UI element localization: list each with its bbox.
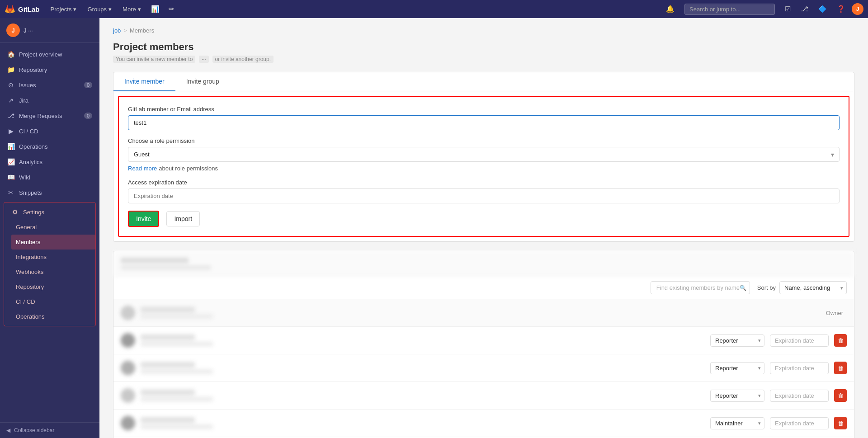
role-wrapper: ReporterGuestDeveloperMaintainerOwner <box>710 334 764 347</box>
cicd-icon: ▶ <box>7 127 14 135</box>
sidebar-item-snippets[interactable]: ✂ Snippets <box>0 185 99 200</box>
merge-icon: ⎇ <box>7 112 14 119</box>
expiry-date-input[interactable] <box>770 390 829 402</box>
role-select[interactable]: ReporterGuestDeveloperMaintainerOwner <box>710 334 764 347</box>
nav-projects[interactable]: Projects ▾ <box>46 0 81 18</box>
gitlab-logo[interactable]: GitLab <box>5 4 40 14</box>
role-select[interactable]: ReporterGuestDeveloperMaintainerOwner <box>710 362 764 374</box>
sidebar-item-integrations[interactable]: Integrations <box>11 250 95 264</box>
gitlab-brand-text: GitLab <box>18 5 40 13</box>
sidebar-item-analytics[interactable]: 📈 Analytics <box>0 154 99 170</box>
todo-icon[interactable]: ☑ <box>781 0 794 18</box>
invite-tabs: Invite member Invite group <box>113 72 854 91</box>
members-search-input[interactable] <box>651 281 750 294</box>
delete-member-button[interactable]: 🗑 <box>834 362 847 374</box>
app-layout: J J ··· 🏠 Project overview 📁 Repository … <box>0 18 868 438</box>
role-form-group: Choose a role permission Guest Reporter … <box>128 137 840 172</box>
sidebar-item-label: Operations <box>16 313 45 320</box>
members-section-header-blurred <box>113 251 854 277</box>
page-subtitle: You can invite a new member to ··· or in… <box>113 56 854 63</box>
main-content: job > Members Project members You can in… <box>99 18 868 438</box>
sidebar-item-label: Issues <box>19 82 36 89</box>
sidebar-item-members[interactable]: Members <box>11 235 95 250</box>
members-list-section: 🔍 Sort by Name, ascending Name, descendi… <box>113 251 854 438</box>
operations-icon: 📊 <box>7 143 14 150</box>
search-icon: 🔍 <box>740 285 746 291</box>
expiry-input[interactable] <box>128 188 840 203</box>
sidebar-item-repository-settings[interactable]: Repository <box>11 279 95 294</box>
sidebar-item-project-overview[interactable]: 🏠 Project overview <box>0 47 99 62</box>
tab-invite-group[interactable]: Invite group <box>175 72 230 91</box>
sidebar-item-issues[interactable]: ⊙ Issues 0 <box>0 77 99 93</box>
email-input[interactable] <box>128 115 840 130</box>
sidebar-item-repository[interactable]: 📁 Repository <box>0 62 99 77</box>
role-permissions-link-row: Read more about role permissions <box>128 165 840 172</box>
merge-request-icon[interactable]: ⎇ <box>797 0 812 18</box>
user-avatar[interactable]: J <box>852 3 863 15</box>
notifications-icon[interactable]: 🔔 <box>662 0 678 18</box>
member-row: ReporterGuestDeveloperMaintainerOwner 🗑 <box>113 382 854 410</box>
invite-button[interactable]: Invite <box>128 211 159 227</box>
page-title: Project members <box>113 41 854 53</box>
sidebar-item-general[interactable]: General <box>11 220 95 235</box>
analytics-icon-btn[interactable]: 📊 <box>147 0 163 18</box>
member-info <box>141 334 705 346</box>
sidebar-item-label: Operations <box>19 143 48 150</box>
help-icon[interactable]: ❓ <box>833 0 849 18</box>
topnav-right-section: 🔔 ☑ ⎇ 🔷 ❓ J <box>662 0 863 18</box>
sidebar-item-jira[interactable]: ↗ Jira <box>0 93 99 108</box>
role-select[interactable]: MaintainerGuestReporterDeveloperOwner <box>710 417 764 429</box>
read-more-link[interactable]: Read more <box>128 165 157 172</box>
delete-member-button[interactable]: 🗑 <box>834 389 847 402</box>
breadcrumb-project-link[interactable]: job <box>113 27 121 34</box>
sidebar-item-operations[interactable]: 📊 Operations <box>0 139 99 154</box>
delete-member-button[interactable]: 🗑 <box>834 334 847 347</box>
issue-icon[interactable]: 🔷 <box>815 0 830 18</box>
expiry-label: Access expiration date <box>128 179 840 186</box>
chevron-down-icon: ▾ <box>73 6 76 13</box>
member-info <box>141 362 705 374</box>
sidebar-navigation: 🏠 Project overview 📁 Repository ⊙ Issues… <box>0 43 99 422</box>
role-wrapper: ReporterGuestDeveloperMaintainerOwner <box>710 362 764 374</box>
sidebar-item-webhooks[interactable]: Webhooks <box>11 264 95 279</box>
search-wrapper: 🔍 <box>651 281 750 294</box>
sidebar-item-operations-settings[interactable]: Operations <box>11 309 95 324</box>
member-info <box>141 390 705 401</box>
expiry-date-input[interactable] <box>770 417 829 429</box>
member-avatar <box>121 416 135 430</box>
mr-badge: 0 <box>84 113 92 119</box>
nav-more[interactable]: More ▾ <box>118 0 146 18</box>
tab-invite-member[interactable]: Invite member <box>113 72 175 91</box>
role-select[interactable]: Guest Reporter Developer Maintainer Owne… <box>128 147 840 162</box>
sidebar-item-label: Wiki <box>19 174 30 181</box>
sidebar-item-merge-requests[interactable]: ⎇ Merge Requests 0 <box>0 108 99 123</box>
sidebar-item-settings[interactable]: ⚙ Settings <box>4 204 95 220</box>
sidebar-item-ci-cd[interactable]: ▶ CI / CD <box>0 123 99 139</box>
import-button[interactable]: Import <box>166 211 200 226</box>
nav-groups[interactable]: Groups ▾ <box>83 0 116 18</box>
role-select[interactable]: ReporterGuestDeveloperMaintainerOwner <box>710 390 764 402</box>
global-search-input[interactable] <box>684 4 775 15</box>
home-icon: 🏠 <box>7 51 14 58</box>
expiry-date-input[interactable] <box>770 334 829 347</box>
role-wrapper: ReporterGuestDeveloperMaintainerOwner <box>710 390 764 402</box>
sidebar-item-ci-cd-settings[interactable]: CI / CD <box>11 294 95 309</box>
sidebar-avatar: J <box>6 24 20 37</box>
edit-icon-btn[interactable]: ✏ <box>165 0 178 18</box>
delete-member-button[interactable]: 🗑 <box>834 417 847 429</box>
breadcrumb: job > Members <box>113 27 854 34</box>
sidebar-item-label: CI / CD <box>16 298 35 305</box>
invite-card: Invite member Invite group GitLab member… <box>113 72 854 242</box>
sidebar-item-label: General <box>16 224 37 231</box>
expiry-form-group: Access expiration date <box>128 179 840 203</box>
issues-badge: 0 <box>84 82 92 88</box>
search-icon[interactable] <box>681 0 778 18</box>
sort-select[interactable]: Name, ascending Name, descending Last jo… <box>779 281 847 294</box>
expiry-date-input[interactable] <box>770 362 829 374</box>
collapse-sidebar-button[interactable]: ◀ Collapse sidebar <box>0 422 99 438</box>
chevron-down-icon: ▾ <box>138 6 141 13</box>
collapse-label: Collapse sidebar <box>14 427 54 433</box>
wiki-icon: 📖 <box>7 174 14 181</box>
jira-icon: ↗ <box>7 97 14 104</box>
sidebar-item-wiki[interactable]: 📖 Wiki <box>0 170 99 185</box>
